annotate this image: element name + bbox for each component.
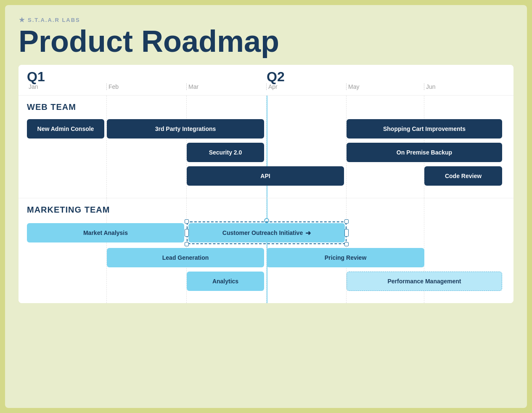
bar-wrapper-pricing-review: Pricing Review xyxy=(267,248,424,267)
resize-handle-left[interactable] xyxy=(185,229,189,237)
3rd-party-integrations-bar[interactable]: 3rd Party Integrations xyxy=(107,119,264,139)
brand-name: S.T.A.A.R LABS xyxy=(28,17,80,23)
on-premise-backup-bar[interactable]: On Premise Backup xyxy=(347,143,502,162)
marketing-rows-container: MARKETING TEAM Market Analysis xyxy=(27,205,505,291)
pricing-review-bar[interactable]: Pricing Review xyxy=(267,248,424,267)
months-row: Jan Feb Mar Apr May Jun xyxy=(19,83,513,95)
month-jan: Jan xyxy=(27,83,107,90)
bar-wrapper-security: Security 2.0 xyxy=(187,143,267,162)
bar-wrapper-code-review: Code Review xyxy=(424,166,502,186)
bar-wrapper-on-premise: On Premise Backup xyxy=(347,143,502,162)
new-admin-console-bar[interactable]: New Admin Console xyxy=(27,119,104,139)
resize-handle-bottom-right[interactable] xyxy=(344,242,349,246)
marketing-row-1: Market Analysis xyxy=(27,221,505,244)
marketing-team-section: MARKETING TEAM Market Analysis xyxy=(19,198,513,303)
main-container: ★ S.T.A.A.R LABS Product Roadmap Q1 Q2 J… xyxy=(5,5,527,408)
roadmap-board: Q1 Q2 Jan Feb Mar Apr May Jun xyxy=(19,65,513,303)
bar-wrapper-3rd-party: 3rd Party Integrations xyxy=(107,119,267,139)
drag-arrow-icon: ➜ xyxy=(305,229,311,237)
q2-label: Q2 xyxy=(267,70,505,83)
security-20-bar[interactable]: Security 2.0 xyxy=(187,143,264,162)
web-team-label: WEB TEAM xyxy=(27,102,505,112)
q1-area: Q1 xyxy=(27,70,267,83)
code-review-bar[interactable]: Code Review xyxy=(424,166,502,186)
web-row-1: New Admin Console 3rd Party Integrations… xyxy=(27,119,505,139)
bar-wrapper-new-admin: New Admin Console xyxy=(27,119,107,139)
resize-handle-right[interactable] xyxy=(344,229,349,237)
month-feb: Feb xyxy=(107,83,187,90)
lead-generation-bar[interactable]: Lead Generation xyxy=(107,248,264,267)
performance-management-bar[interactable]: Performance Management xyxy=(347,272,502,291)
bar-wrapper-shopping-cart: Shopping Cart Improvements xyxy=(347,119,502,139)
month-apr: Apr xyxy=(267,83,347,90)
brand-star-icon: ★ xyxy=(19,15,25,24)
bar-wrapper-lead-gen: Lead Generation xyxy=(107,248,267,267)
bar-wrapper-customer-outreach: Customer Outreach Initiative ➜ xyxy=(187,221,347,244)
market-analysis-bar[interactable]: Market Analysis xyxy=(27,223,184,242)
month-may: May xyxy=(347,83,424,90)
web-team-section: WEB TEAM New Admin Console 3rd Party Int… xyxy=(19,95,513,198)
bar-wrapper-analytics: Analytics xyxy=(187,272,267,291)
quarters-row: Q1 Q2 xyxy=(19,65,513,83)
marketing-row-3: Analytics Performance Management xyxy=(27,271,505,291)
q2-area: Q2 xyxy=(267,70,505,83)
web-rows-container: WEB TEAM New Admin Console 3rd Party Int… xyxy=(27,102,505,186)
bar-wrapper-performance-mgmt: Performance Management xyxy=(347,272,502,291)
resize-handle-top-right[interactable] xyxy=(344,219,349,224)
resize-handle-top-left[interactable] xyxy=(185,219,189,224)
month-mar: Mar xyxy=(187,83,267,90)
resize-handle-bottom-left[interactable] xyxy=(185,242,189,246)
analytics-bar[interactable]: Analytics xyxy=(187,272,264,291)
api-bar[interactable]: API xyxy=(187,166,344,186)
web-row-2: Security 2.0 On Premise Backup xyxy=(27,142,505,163)
web-row-3: API Code Review xyxy=(27,166,505,186)
bar-wrapper-market-analysis: Market Analysis xyxy=(27,223,187,242)
header-area: ★ S.T.A.A.R LABS Product Roadmap xyxy=(19,15,513,56)
month-jun: Jun xyxy=(424,83,502,90)
marketing-team-label: MARKETING TEAM xyxy=(27,205,505,215)
customer-outreach-bar[interactable]: Customer Outreach Initiative ➜ xyxy=(188,223,345,242)
q1-label: Q1 xyxy=(27,70,267,83)
selection-box: Customer Outreach Initiative ➜ xyxy=(187,221,347,244)
shopping-cart-improvements-bar[interactable]: Shopping Cart Improvements xyxy=(347,119,502,139)
page-title: Product Roadmap xyxy=(19,26,513,56)
marketing-row-2: Lead Generation Pricing Review xyxy=(27,248,505,268)
selected-bar-container: Customer Outreach Initiative ➜ xyxy=(187,221,347,244)
brand-row: ★ S.T.A.A.R LABS xyxy=(19,15,513,24)
bar-wrapper-api: API xyxy=(187,166,347,186)
